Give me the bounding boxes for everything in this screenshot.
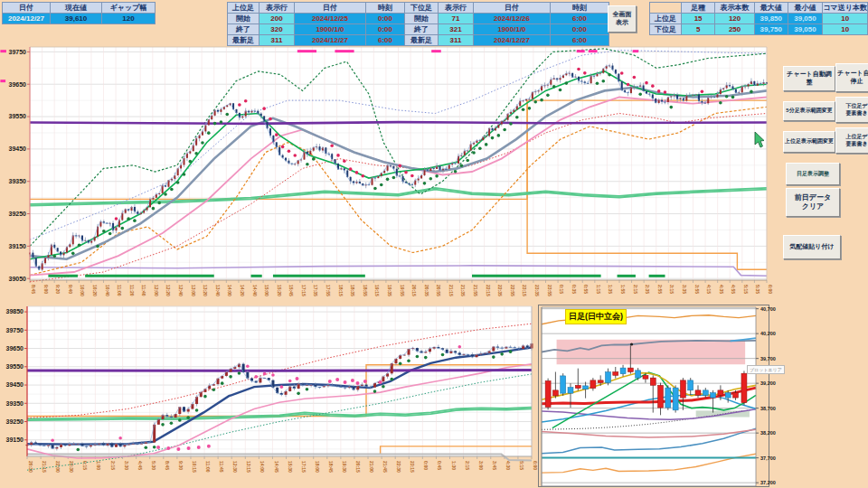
range-change-upper-button[interactable]: 上位足表示範囲変更	[783, 131, 835, 153]
y-tick-label: 37,700	[760, 455, 776, 461]
x-tick-label: 0:55	[583, 285, 589, 294]
x-tick-label: 5:15	[519, 461, 524, 470]
header-cell: 上位足	[228, 3, 259, 14]
y-tick-label: 39350	[6, 400, 24, 407]
x-tick-label: 1:35	[608, 285, 613, 294]
y-tick-label: 39,200	[760, 380, 776, 386]
current-value-table: 日付現在値ギャップ幅2024/12/2739,610120	[2, 2, 156, 24]
y-tick-label: 39150	[6, 436, 24, 443]
chart-auto-stop-button[interactable]: チャート自動 停止	[835, 63, 868, 92]
x-tick-label: 8:45	[31, 285, 36, 294]
header-cell: 2024/12/27	[474, 35, 551, 46]
x-tick-label: 20:15	[411, 285, 417, 296]
chart-auto-adjust-button[interactable]: チャート自動調整	[783, 66, 835, 91]
x-tick-label: 3:00	[478, 461, 484, 470]
header-cell: 足種	[682, 3, 715, 14]
header-cell: 時刻	[551, 3, 609, 14]
header-cell: 最新足	[405, 35, 439, 46]
x-tick-label: 19:30	[342, 461, 347, 473]
x-tick-label: 15:45	[288, 285, 294, 296]
x-tick-label: 4:35	[719, 285, 724, 294]
header-cell: 終了	[405, 24, 439, 35]
fullscreen-button[interactable]: 全画面 表示	[608, 5, 637, 33]
x-tick-label: 22:15	[486, 285, 491, 296]
lower-bar-rewrite-button[interactable]: 下位足デ 要素書き	[835, 97, 868, 123]
x-tick-label: 0:00	[423, 461, 429, 470]
header-cell: 39,050	[788, 24, 823, 35]
x-tick-label: 21:00	[369, 461, 374, 473]
x-tick-label: 20:35	[424, 285, 429, 296]
x-tick-label: 21:15	[448, 285, 454, 296]
x-tick-label: 1:15	[596, 285, 601, 294]
x-tick-label: 9:40	[68, 285, 73, 294]
header-cell: 320	[259, 24, 295, 35]
x-tick-label: 11:00	[117, 285, 122, 296]
x-tick-label: 15:20	[277, 285, 282, 296]
x-tick-label: 1:30	[451, 461, 457, 470]
x-tick-label: 21:15	[42, 461, 47, 473]
header-cell: 日付	[3, 3, 51, 14]
x-tick-label: 9:30	[178, 461, 184, 470]
x-tick-label: 4:45	[137, 461, 143, 470]
header-cell: 0:00	[551, 24, 609, 35]
x-tick-label: 10:15	[192, 461, 197, 473]
header-cell: 0:00	[366, 24, 405, 35]
x-tick-label: 14:00	[227, 285, 232, 296]
header-cell: 日付	[474, 3, 551, 14]
x-tick-label: 9:20	[55, 285, 61, 294]
x-tick-label: 22:30	[396, 461, 401, 473]
x-tick-label: 15:00	[264, 285, 269, 296]
x-tick-label: 3:35	[682, 285, 687, 294]
header-cell: 5	[682, 24, 715, 35]
x-tick-label: 0:15	[559, 285, 564, 294]
x-tick-label: 14:40	[252, 285, 258, 296]
y-tick-label: 39550	[6, 363, 24, 370]
prev-day-data-clear-button[interactable]: 前日データ クリア	[786, 188, 840, 217]
daily-chart-title: 日足(日中立会)	[565, 309, 627, 324]
header-cell: 2024/12/27	[295, 35, 366, 46]
y-tick-label: 40,700	[760, 306, 776, 312]
header-cell: 開始	[228, 14, 259, 24]
x-tick-label: 8:45	[165, 461, 170, 470]
header-cell: 2024/12/25	[295, 14, 366, 24]
x-tick-label: 21:55	[473, 285, 478, 296]
x-tick-label: 20:55	[436, 285, 441, 296]
daily-display-adjust-button[interactable]: 日足表示調整	[786, 163, 840, 185]
header-cell: 321	[439, 24, 474, 35]
y-tick-label: 39750	[6, 327, 24, 333]
y-tick-label: 39250	[9, 211, 27, 217]
timeframe-range-table: 上位足表示行日付時刻下位足表示行日付時刻開始2002024/12/250:00開…	[227, 2, 609, 46]
header-cell: 200	[259, 14, 295, 24]
y-tick-label: 39450	[6, 381, 24, 388]
x-tick-label: 11:40	[141, 285, 146, 296]
header-cell: 15	[682, 14, 715, 24]
x-tick-label: 22:55	[510, 285, 515, 296]
x-tick-label: 21:45	[382, 461, 388, 473]
x-tick-label: 12:40	[178, 285, 184, 296]
y-tick-label: 39650	[6, 345, 24, 352]
x-tick-label: 3:45	[492, 461, 497, 470]
upper-bar-rewrite-button[interactable]: 上位足デ 要素書き	[835, 127, 868, 154]
y-tick-label: 39450	[9, 145, 27, 152]
x-tick-label: 20:30	[28, 461, 33, 473]
y-tick-label: 39350	[9, 178, 27, 184]
header-cell: 1900/1/0	[474, 24, 551, 35]
y-tick-label: 39850	[6, 308, 24, 314]
header-cell: 表示行	[439, 3, 474, 14]
x-tick-label: 17:55	[326, 285, 331, 296]
x-tick-label: 23:15	[522, 285, 527, 296]
x-tick-label: 2:35	[645, 285, 650, 294]
header-cell: 39,750	[754, 24, 788, 35]
x-tick-label: 10:40	[105, 285, 110, 296]
chart-layer: 8:459:009:209:4010:0010:2010:4011:0011:2…	[0, 0, 868, 488]
x-tick-label: 15:30	[288, 461, 293, 473]
x-tick-label: 14:00	[259, 461, 265, 473]
x-tick-label: 0:35	[571, 285, 577, 294]
header-cell: 6:00	[551, 14, 609, 24]
header-cell: 120	[715, 14, 755, 24]
quote-paste-button[interactable]: 気配値貼り付け	[783, 235, 841, 259]
chart-5min: 8:459:009:209:4010:0010:2010:4011:0011:2…	[0, 47, 773, 296]
x-tick-label: 14:20	[240, 285, 245, 296]
range-change-5min-button[interactable]: 5分足表示範囲変更	[783, 101, 835, 121]
x-tick-label: 9:00	[43, 285, 49, 294]
